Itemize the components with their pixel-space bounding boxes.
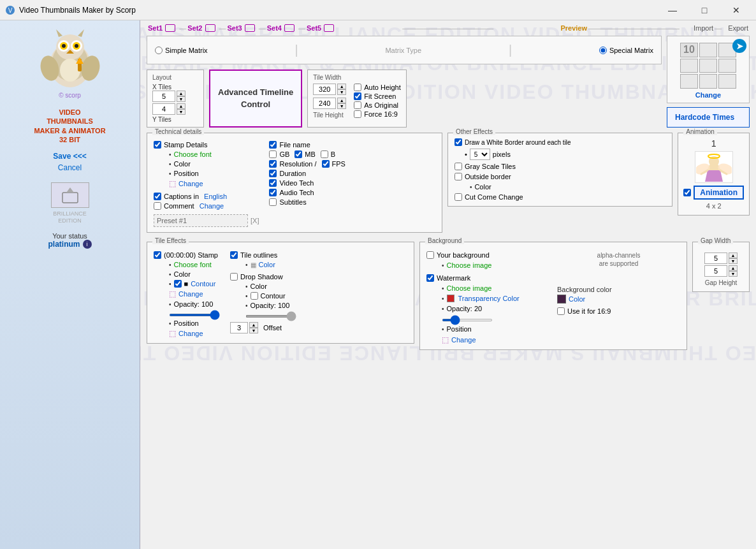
- animation-check[interactable]: [683, 189, 691, 196]
- offset-down[interactable]: ▼: [249, 328, 258, 333]
- y-tiles-up[interactable]: ▲: [177, 103, 185, 109]
- y-tiles-input[interactable]: [152, 103, 175, 115]
- auto-height-option[interactable]: Auto Height: [354, 84, 400, 91]
- close-button[interactable]: ✕: [722, 0, 751, 20]
- pixel-select[interactable]: 537: [470, 149, 490, 160]
- tile-width-down[interactable]: ▼: [337, 89, 346, 95]
- auto-height-check[interactable]: [354, 84, 361, 91]
- cut-corne-check[interactable]: [454, 193, 462, 201]
- comment-change[interactable]: Change: [200, 202, 224, 210]
- special-matrix-radio[interactable]: [599, 47, 607, 54]
- y-tiles-down[interactable]: ▼: [177, 109, 185, 115]
- tab-set1[interactable]: Set1: [148, 24, 175, 32]
- videotech-check[interactable]: [269, 179, 277, 187]
- fps-check[interactable]: [322, 160, 330, 168]
- stamp-opacity-slider[interactable]: [169, 314, 220, 316]
- bg-color-link[interactable]: Color: [569, 295, 585, 303]
- x-tiles-input[interactable]: [152, 91, 175, 102]
- resolution-check[interactable]: [269, 160, 277, 168]
- offset-input[interactable]: [230, 322, 248, 333]
- your-bg-check[interactable]: [426, 251, 434, 259]
- x-tiles-up[interactable]: ▲: [177, 91, 185, 96]
- outline-color-link[interactable]: Color: [259, 261, 275, 268]
- advanced-timeline-button[interactable]: Advanced TimelineControl: [209, 70, 302, 128]
- tile-height-up[interactable]: ▲: [337, 98, 346, 103]
- simple-matrix-radio[interactable]: [155, 47, 163, 54]
- force-169-option[interactable]: Force 16:9: [354, 110, 400, 118]
- wm-choose-link[interactable]: Choose image: [447, 284, 492, 292]
- as-original-option[interactable]: As Original: [354, 101, 400, 109]
- shadow-opacity-slider[interactable]: [245, 315, 296, 318]
- info-icon[interactable]: i: [83, 240, 92, 249]
- use-169-option[interactable]: Use it for 16:9: [557, 307, 680, 315]
- preset-clear[interactable]: [X]: [251, 217, 259, 224]
- shadow-contour-check[interactable]: [251, 292, 258, 300]
- drop-shadow-check[interactable]: [230, 273, 238, 281]
- wm-change-link[interactable]: Change: [451, 336, 476, 344]
- outside-border-item: Outside border: [454, 173, 665, 180]
- preview-change-button[interactable]: Change: [695, 91, 721, 99]
- tile-height-down[interactable]: ▼: [337, 103, 346, 109]
- wm-opacity-slider[interactable]: [442, 319, 493, 321]
- fit-screen-option[interactable]: Fit Screen: [354, 92, 400, 100]
- alpha-text: alpha-channelsare supported: [557, 251, 680, 268]
- gap-width-input[interactable]: [704, 253, 727, 264]
- preview-nav-arrow[interactable]: ➤: [732, 39, 746, 53]
- simple-matrix-option[interactable]: Simple Matrix: [155, 47, 208, 54]
- tab-set4[interactable]: Set4: [267, 24, 294, 32]
- gap-height-up[interactable]: ▲: [729, 265, 738, 271]
- filename-check[interactable]: [269, 141, 277, 149]
- duration-check[interactable]: [269, 170, 277, 177]
- fit-screen-check[interactable]: [354, 92, 361, 100]
- bg-choose-link[interactable]: Choose image: [447, 261, 492, 269]
- tab-set3[interactable]: Set3: [228, 24, 255, 32]
- gap-height-input[interactable]: [704, 265, 727, 277]
- subtitles-check[interactable]: [269, 198, 277, 206]
- gap-height-down[interactable]: ▼: [729, 271, 738, 277]
- minimize-button[interactable]: —: [658, 0, 687, 20]
- force-169-check[interactable]: [354, 110, 361, 118]
- maximize-button[interactable]: □: [690, 0, 719, 20]
- tab-set2[interactable]: Set2: [187, 24, 215, 32]
- import-button[interactable]: Import: [694, 24, 713, 32]
- offset-up[interactable]: ▲: [249, 322, 258, 328]
- contour-link[interactable]: Contour: [191, 280, 215, 288]
- grayscale-check[interactable]: [454, 163, 462, 170]
- special-matrix-option[interactable]: Special Matrix: [599, 47, 653, 54]
- draw-border-check[interactable]: [454, 138, 462, 146]
- tile-height-input[interactable]: [313, 98, 336, 109]
- audiotech-check[interactable]: [269, 189, 277, 196]
- as-original-check[interactable]: [354, 101, 361, 109]
- animation-button[interactable]: Animation: [694, 186, 744, 200]
- cancel-button[interactable]: Cancel: [58, 163, 82, 172]
- x-tiles-down[interactable]: ▼: [177, 96, 185, 102]
- save-button[interactable]: Save <<<: [53, 152, 86, 161]
- change-link[interactable]: Change: [178, 180, 203, 187]
- stamp-details-check[interactable]: [154, 141, 161, 149]
- tile-width-up[interactable]: ▲: [337, 84, 346, 89]
- stamp-pos-change[interactable]: Change: [178, 330, 203, 337]
- choose-font-link[interactable]: Choose font: [174, 150, 212, 158]
- transparency-link[interactable]: Transparency Color: [458, 295, 520, 302]
- captions-check[interactable]: [154, 193, 161, 200]
- export-button[interactable]: Export: [728, 24, 748, 32]
- gap-width-up[interactable]: ▲: [729, 253, 738, 258]
- preset-input[interactable]: [154, 214, 248, 227]
- upload-area[interactable]: [51, 182, 89, 208]
- stamp-fx-check[interactable]: [154, 251, 161, 259]
- watermark-check[interactable]: [426, 274, 434, 282]
- outside-border-check[interactable]: [454, 173, 462, 180]
- hardcode-times-box[interactable]: Hardcode Times: [667, 107, 750, 128]
- stamp-font-link[interactable]: Choose font: [174, 261, 212, 268]
- mb-check[interactable]: [294, 150, 302, 158]
- tile-width-input[interactable]: [313, 84, 336, 95]
- gap-width-down[interactable]: ▼: [729, 258, 738, 264]
- tab-set5[interactable]: Set5: [307, 24, 334, 32]
- stamp-change[interactable]: Change: [178, 290, 203, 298]
- gb-check[interactable]: [269, 150, 277, 158]
- contour-check[interactable]: [174, 280, 182, 288]
- tile-outlines-check[interactable]: [230, 251, 238, 259]
- comment-check[interactable]: [154, 202, 161, 210]
- use-169-check[interactable]: [557, 307, 565, 315]
- b-check[interactable]: [321, 150, 328, 158]
